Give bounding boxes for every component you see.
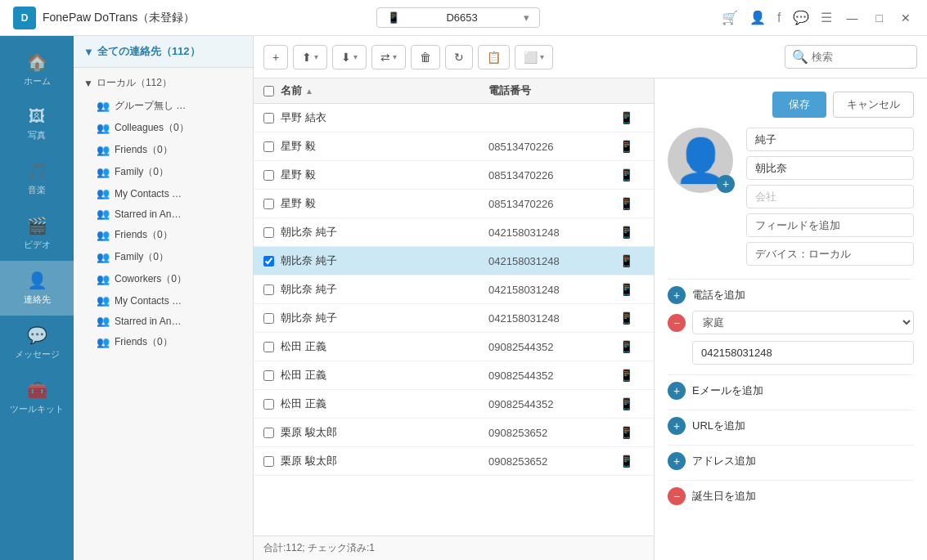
menu-icon[interactable]: ☰ [821,10,832,25]
local-section[interactable]: ▼ ローカル（112） [74,71,253,95]
contact-phone: 08513470226 [488,169,619,181]
user-icon[interactable]: 👤 [749,10,766,25]
sidebar-item-starred1[interactable]: 👥 Starred in An… [74,204,253,224]
add-button[interactable]: + [263,45,288,69]
row-checkbox[interactable] [263,113,274,123]
sidebar-item-colleagues[interactable]: 👥 Colleagues（0） [74,117,253,139]
add-icon: + [272,51,279,64]
app-title: FonePaw DoTrans（未登録） [43,11,195,25]
table-row[interactable]: 松田 正義 09082544352 📱 [254,390,654,419]
table-row[interactable]: 星野 毅 08513470226 📱 [254,132,654,161]
more-dropdown-icon: ▾ [540,52,544,61]
last-name-input[interactable] [746,156,914,180]
phone-type-select[interactable]: 家庭 [692,311,914,334]
sidebar-item-coworkers[interactable]: 👥 Coworkers（0） [74,268,253,290]
table-row[interactable]: 朝比奈 純子 042158031248 📱 [254,218,654,247]
add-phone-button[interactable]: + [668,286,686,304]
table-row[interactable]: 栗原 駿太郎 0908253652 📱 [254,447,654,476]
sidebar-item-friends3[interactable]: 👥 Friends（0） [74,331,253,353]
group-icon: 👥 [97,251,110,263]
row-checkbox[interactable] [263,370,274,381]
table-row[interactable]: 星野 毅 08513470226 📱 [254,161,654,190]
row-checkbox[interactable] [263,313,274,324]
close-button[interactable]: ✕ [898,10,914,26]
device-selector[interactable]: 📱 D6653 ▾ [376,7,540,28]
sidebar-item-friends2[interactable]: 👥 Friends（0） [74,224,253,246]
row-checkbox[interactable] [263,256,274,267]
first-name-input[interactable] [746,128,914,151]
export-button[interactable]: ⬇ ▾ [332,45,367,69]
sidebar-item-family1[interactable]: 👥 Family（0） [74,161,253,183]
row-checkbox[interactable] [263,170,274,181]
remove-phone-button[interactable]: − [668,314,686,332]
nav-video[interactable]: 🎬 ビデオ [0,206,74,261]
chat-icon[interactable]: 💬 [793,10,809,25]
row-checkbox[interactable] [263,284,274,295]
row-checkbox[interactable] [263,342,274,352]
add-address-button[interactable]: + [668,452,686,470]
refresh-button[interactable]: ↻ [445,45,473,69]
avatar-add-button[interactable]: + [717,175,735,193]
search-input[interactable] [812,51,910,63]
row-checkbox[interactable] [263,199,274,209]
save-button[interactable]: 保存 [772,92,826,118]
add-email-button[interactable]: + [668,382,686,400]
minimize-button[interactable]: — [844,10,862,26]
more-button[interactable]: ⬜ ▾ [515,45,553,69]
home-icon: 🏠 [27,52,47,72]
device-icon: 📱 [619,168,644,181]
sidebar-item-label: My Contacts … [115,188,182,199]
row-checkbox[interactable] [263,399,274,410]
company-input[interactable] [746,185,914,208]
cart-icon[interactable]: 🛒 [722,10,738,25]
table-row[interactable]: 朝比奈 純子 042158031248 📱 [254,276,654,304]
sidebar-item-friends1[interactable]: 👥 Friends（0） [74,139,253,161]
contact-name: 栗原 駿太郎 [281,425,488,440]
facebook-icon[interactable]: f [777,11,781,25]
row-checkbox[interactable] [263,227,274,238]
copy-button[interactable]: 📋 [478,45,510,69]
sidebar-item-family2[interactable]: 👥 Family（0） [74,246,253,268]
photo-icon: 🖼 [29,107,45,126]
delete-button[interactable]: 🗑 [411,45,440,69]
device-select[interactable]: デバイス：ローカル [746,242,914,266]
phone-section: + 電話を追加 − 家庭 [668,286,914,365]
select-all-checkbox[interactable] [263,86,274,96]
detail-header: 👤 + フィールドを追加 [668,128,914,266]
table-row[interactable]: 早野 結衣 📱 [254,104,654,132]
add-url-button[interactable]: + [668,417,686,435]
row-checkbox[interactable] [263,141,274,152]
export-dropdown-icon: ▾ [353,52,358,61]
nav-contacts[interactable]: 👤 連絡先 [0,261,74,316]
sidebar-item-starred2[interactable]: 👥 Starred in An… [74,311,253,331]
transfer-button[interactable]: ⇄ ▾ [371,45,406,69]
sidebar-item-mycontacts2[interactable]: 👥 My Contacts … [74,290,253,311]
import-button[interactable]: ⬆ ▾ [293,45,327,69]
add-address-row: + アドレス追加 [668,452,914,470]
table-row[interactable]: 朝比奈 純子 042158031248 📱 [254,247,654,276]
nav-photos[interactable]: 🖼 写真 [0,97,74,151]
sidebar-item-label: Coworkers（0） [115,272,187,286]
sidebar-item-mycontacts1[interactable]: 👥 My Contacts … [74,183,253,204]
row-checkbox[interactable] [263,428,274,438]
table-row[interactable]: 朝比奈 純子 042158031248 📱 [254,304,654,333]
nav-music[interactable]: 🎵 音楽 [0,151,74,206]
group-icon: 👥 [97,208,110,220]
add-field-select[interactable]: フィールドを追加 [746,213,914,237]
table-row[interactable]: 星野 毅 08513470226 📱 [254,190,654,218]
table-row[interactable]: 松田 正義 09082544352 📱 [254,333,654,361]
maximize-button[interactable]: □ [873,10,886,26]
cancel-button[interactable]: キャンセル [833,92,914,118]
row-checkbox[interactable] [263,456,274,467]
copy-icon: 📋 [487,51,501,64]
nav-messages[interactable]: 💬 メッセージ [0,316,74,370]
nav-home[interactable]: 🏠 ホーム [0,43,74,97]
phone-value-input[interactable] [692,341,914,365]
remove-birthday-button[interactable]: − [668,487,686,505]
table-row[interactable]: 栗原 駿太郎 0908253652 📱 [254,419,654,447]
nav-toolkit[interactable]: 🧰 ツールキット [0,370,74,425]
group-icon: 👥 [97,229,110,241]
sidebar-item-no-group[interactable]: 👥 グループ無し … [74,95,253,117]
search-field[interactable]: 🔍 [785,45,917,69]
table-row[interactable]: 松田 正義 09082544352 📱 [254,361,654,390]
